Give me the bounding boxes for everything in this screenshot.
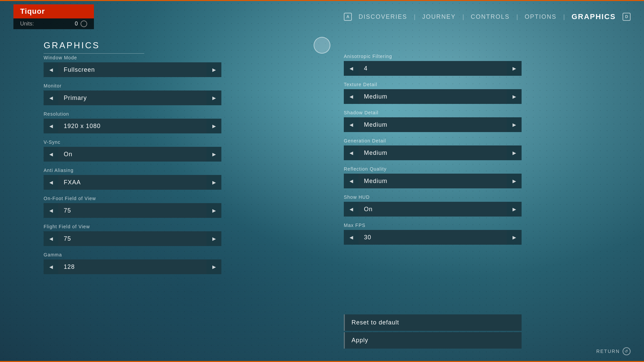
setting-control-window-mode: Fullscreen: [44, 62, 221, 77]
arrow-right-anisotropic[interactable]: [507, 61, 522, 76]
player-info: Tiquor Units: 0: [13, 4, 94, 29]
return-button[interactable]: RETURN ↺: [596, 347, 631, 355]
arrow-right-window-mode[interactable]: [207, 62, 221, 77]
setting-control-monitor: Primary: [44, 90, 221, 105]
arrow-left-anisotropic[interactable]: [344, 61, 359, 76]
section-title: GRAPHICS: [44, 40, 144, 54]
bottom-buttons: Reset to default Apply: [344, 314, 522, 349]
setting-label-shadow-detail: Shadow Detail: [344, 110, 617, 115]
arrow-left-vsync[interactable]: [44, 147, 58, 162]
arrow-right-foot-fov[interactable]: [207, 203, 221, 218]
arrow-right-reflection-quality[interactable]: [507, 174, 522, 188]
setting-value-anisotropic: 4: [359, 61, 507, 76]
setting-label-reflection-quality: Reflection Quality: [344, 166, 617, 172]
setting-value-gamma: 128: [58, 259, 207, 274]
setting-label-monitor: Monitor: [44, 83, 317, 88]
main-content: GRAPHICS Window ModeFullscreenMonitorPri…: [0, 34, 644, 362]
arrow-left-monitor[interactable]: [44, 90, 58, 105]
arrow-right-vsync[interactable]: [207, 147, 221, 162]
setting-control-show-hud: On: [344, 202, 522, 217]
reset-button[interactable]: Reset to default: [344, 314, 522, 331]
return-label: RETURN: [596, 349, 620, 354]
setting-label-resolution: Resolution: [44, 111, 317, 117]
right-panel: Anisotropic Filtering4Texture DetailMedi…: [344, 40, 617, 349]
arrow-right-show-hud[interactable]: [507, 202, 522, 217]
units-number: 0: [75, 21, 78, 27]
units-value: 0: [75, 20, 87, 27]
arrow-left-window-mode[interactable]: [44, 62, 58, 77]
setting-label-show-hud: Show HUD: [344, 194, 617, 200]
setting-label-max-fps: Max FPS: [344, 223, 617, 228]
setting-label-gamma: Gamma: [44, 252, 317, 257]
setting-value-resolution: 644 x 362: [58, 119, 207, 133]
arrow-left-reflection-quality[interactable]: [344, 174, 359, 188]
setting-row-window-mode: Window ModeFullscreen: [44, 55, 317, 77]
arrow-left-flight-fov[interactable]: [44, 231, 58, 246]
units-label: Units:: [20, 21, 34, 27]
arrow-right-max-fps[interactable]: [507, 230, 522, 245]
nav-item-options[interactable]: OPTIONS: [518, 13, 563, 20]
nav-item-controls[interactable]: CONTROLS: [464, 13, 516, 20]
arrow-left-texture-detail[interactable]: [344, 89, 359, 104]
setting-value-show-hud: On: [359, 202, 507, 217]
header: Tiquor Units: 0 A DISCOVERIES | JOURNEY …: [0, 0, 644, 34]
setting-row-max-fps: Max FPS30: [344, 223, 617, 245]
arrow-right-anti-aliasing[interactable]: [207, 175, 221, 190]
apply-button[interactable]: Apply: [344, 332, 522, 349]
arrow-left-max-fps[interactable]: [344, 230, 359, 245]
nav-label-controls: CONTROLS: [471, 13, 509, 20]
left-panel: GRAPHICS Window ModeFullscreenMonitorPri…: [44, 40, 317, 349]
units-box: Units: 0: [13, 18, 94, 29]
setting-label-generation-detail: Generation Detail: [344, 138, 617, 143]
arrow-right-shadow-detail[interactable]: [507, 117, 522, 132]
nav-item-journey[interactable]: JOURNEY: [416, 13, 463, 20]
setting-row-generation-detail: Generation DetailMedium: [344, 138, 617, 160]
setting-value-anti-aliasing: FXAA: [58, 175, 207, 190]
setting-control-foot-fov: 75: [44, 203, 221, 218]
arrow-left-show-hud[interactable]: [344, 202, 359, 217]
setting-row-texture-detail: Texture DetailMedium: [344, 82, 617, 104]
setting-row-resolution: Resolution1920 x 1080: [44, 111, 317, 133]
setting-value-generation-detail: Medium: [359, 145, 507, 160]
setting-value-foot-fov: 75: [58, 203, 207, 218]
setting-control-texture-detail: Medium: [344, 89, 522, 104]
setting-control-shadow-detail: Medium: [344, 117, 522, 132]
setting-row-monitor: MonitorPrimary: [44, 83, 317, 105]
setting-row-foot-fov: On-Foot Field of View75: [44, 196, 317, 218]
nav-icon-d: D: [623, 13, 631, 21]
arrow-right-gamma[interactable]: [207, 259, 221, 274]
globe-icon: [80, 20, 87, 27]
setting-row-reflection-quality: Reflection QualityMedium: [344, 166, 617, 188]
arrow-right-flight-fov[interactable]: [207, 231, 221, 246]
setting-label-texture-detail: Texture Detail: [344, 82, 617, 87]
arrow-right-monitor[interactable]: [207, 90, 221, 105]
arrow-left-generation-detail[interactable]: [344, 145, 359, 160]
setting-control-reflection-quality: Medium: [344, 174, 522, 188]
setting-control-anisotropic: 4: [344, 61, 522, 76]
setting-row-flight-fov: Flight Field of View75: [44, 224, 317, 246]
setting-row-gamma: Gamma128: [44, 252, 317, 274]
setting-label-foot-fov: On-Foot Field of View: [44, 196, 317, 201]
arrow-left-anti-aliasing[interactable]: [44, 175, 58, 190]
nav-item-graphics[interactable]: GRAPHICS: [565, 12, 623, 21]
setting-row-show-hud: Show HUDOn: [344, 194, 617, 217]
arrow-right-texture-detail[interactable]: [507, 89, 522, 104]
setting-control-max-fps: 30: [344, 230, 522, 245]
arrow-left-shadow-detail[interactable]: [344, 117, 359, 132]
setting-value-max-fps: 30: [359, 230, 507, 245]
setting-label-window-mode: Window Mode: [44, 55, 317, 60]
arrow-left-foot-fov[interactable]: [44, 203, 58, 218]
nav-item-discoveries[interactable]: DISCOVERIES: [352, 13, 414, 20]
setting-row-anisotropic: Anisotropic Filtering4: [344, 54, 617, 76]
setting-row-anti-aliasing: Anti AliasingFXAA: [44, 168, 317, 190]
arrow-right-resolution[interactable]: [207, 119, 221, 133]
nav-icon-a: A: [344, 13, 352, 21]
player-name: Tiquor: [20, 7, 45, 15]
nav-label-discoveries: DISCOVERIES: [359, 13, 407, 20]
setting-control-gamma: 128: [44, 259, 221, 274]
nav-label-graphics: GRAPHICS: [572, 12, 616, 21]
arrow-left-gamma[interactable]: [44, 259, 58, 274]
arrow-left-resolution[interactable]: [44, 119, 58, 133]
arrow-right-generation-detail[interactable]: [507, 145, 522, 160]
setting-value-window-mode: Fullscreen: [58, 62, 207, 77]
